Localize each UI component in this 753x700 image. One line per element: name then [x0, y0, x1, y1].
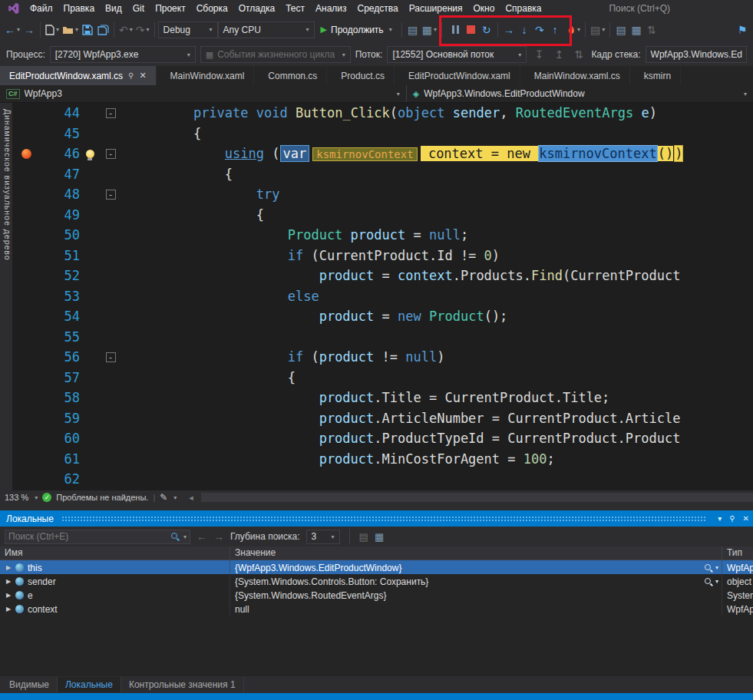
code-line[interactable]: 44- private void Button_Click(object sen… [12, 103, 753, 124]
code-line[interactable]: 62 [12, 469, 753, 490]
thread-combo[interactable]: [12552] Основной поток▾ [387, 46, 527, 63]
hex-display-icon[interactable]: ▦ [375, 531, 384, 543]
code-line[interactable]: 57 { [12, 368, 753, 388]
menu-item[interactable]: Окно [467, 2, 500, 15]
continue-button[interactable]: ▶ Продолжить ▾ [315, 21, 398, 39]
step-over-button[interactable]: ↷ [532, 21, 547, 39]
hot-reload-button[interactable]: ▾ [566, 21, 582, 39]
toolbar-extra-1[interactable]: ▤▾ [589, 21, 606, 39]
expander-icon[interactable]: ▶ [6, 578, 15, 585]
panel-splitter[interactable] [0, 504, 753, 510]
code-line[interactable]: 61 product.MinCostForAgent = 100; [12, 449, 753, 470]
menu-item[interactable]: Средства [352, 2, 404, 15]
document-tab[interactable]: Product.cs [332, 66, 395, 85]
search-depth-combo[interactable]: 3▾ [306, 530, 340, 544]
caret-icon[interactable]: ▾ [183, 533, 187, 540]
menu-item[interactable]: Отладка [233, 2, 280, 15]
horizontal-scrollbar[interactable] [201, 493, 753, 502]
magnifier-icon[interactable] [704, 577, 713, 586]
code-line[interactable]: 60 product.ProductTypeId = CurrentProduc… [12, 428, 753, 449]
search-back-icon[interactable]: ← [197, 531, 207, 542]
menu-item[interactable]: Правка [58, 2, 101, 15]
step-out-button[interactable]: ↑ [547, 21, 563, 39]
code-line[interactable]: 45 { [12, 124, 753, 144]
project-dropdown[interactable]: C# WpfApp3 ▾ [0, 85, 407, 102]
restart-button[interactable]: ↻ [479, 21, 494, 39]
code-line[interactable]: 55 [12, 327, 753, 348]
close-icon[interactable]: ✕ [739, 514, 753, 523]
stop-button[interactable] [464, 21, 479, 39]
toolbar-extra-2[interactable]: ▤ [613, 21, 629, 39]
lightbulb-icon[interactable] [86, 150, 94, 158]
menu-item[interactable]: Анализ [310, 2, 352, 15]
expander-icon[interactable]: ▶ [6, 564, 15, 571]
window-menu-icon[interactable]: ▾ [714, 514, 725, 523]
document-tab[interactable]: EditProductWindow.xaml [399, 66, 520, 85]
fold-marker[interactable]: - [106, 190, 116, 200]
panel-tab[interactable]: Локальные [58, 677, 121, 692]
undo-button[interactable]: ↶▾ [117, 21, 134, 39]
save-all-button[interactable] [95, 21, 111, 39]
expander-icon[interactable]: ▶ [6, 592, 15, 599]
menu-item[interactable]: Вид [100, 2, 127, 15]
column-header[interactable]: Значение [230, 546, 722, 560]
fold-marker[interactable]: - [106, 149, 116, 159]
menu-item[interactable]: Тест [280, 2, 310, 15]
problems-status-text[interactable]: Проблемы не найдены. [56, 493, 148, 502]
code-line[interactable]: 51 if (CurrentProduct.Id != 0) [12, 246, 753, 266]
code-line[interactable]: 58 product.Title = CurrentProduct.Title; [12, 388, 753, 408]
menu-item[interactable]: Сборка [191, 2, 233, 15]
side-tab-live-visual-tree[interactable]: Динамическое визуальное дерево [0, 103, 12, 490]
locals-row[interactable]: ▶e{System.Windows.RoutedEventArgs}System… [0, 588, 753, 602]
column-header[interactable]: Имя [0, 546, 230, 560]
document-tab[interactable]: ksmirn [635, 66, 681, 85]
magnifier-icon[interactable] [704, 563, 713, 573]
previous-thread-button[interactable]: ↧ [531, 45, 547, 64]
document-tab[interactable]: Common.cs [259, 66, 327, 85]
fold-marker[interactable]: - [106, 108, 116, 118]
send-feedback-button[interactable]: ⚑ [735, 21, 750, 39]
panel-tab[interactable]: Видимые [2, 677, 58, 692]
pause-button[interactable] [448, 21, 464, 39]
code-cleanup-icon[interactable]: ✎ [160, 493, 167, 502]
quick-search-hint[interactable]: Поиск (Ctrl+Q) [609, 3, 670, 14]
code-line[interactable]: 52 product = context.Products.Find(Curre… [12, 266, 753, 286]
document-tab[interactable]: EditProductWindow.xaml.cs⚲✕ [0, 66, 157, 85]
caret-icon[interactable]: ▾ [715, 578, 718, 585]
locals-empty-area[interactable] [0, 616, 753, 676]
code-line[interactable]: 56- if (product != null) [12, 347, 753, 368]
navigate-back-button[interactable]: ←▾ [3, 21, 21, 39]
code-line[interactable]: 46- using (varksmirnovContext context = … [12, 144, 753, 164]
menu-item[interactable]: Справка [500, 2, 547, 15]
locals-search-box[interactable]: ▾ [5, 530, 190, 544]
code-line[interactable]: 48- try [12, 184, 753, 205]
code-line[interactable]: 50 Product product = null; [12, 225, 753, 246]
solution-platform-combo[interactable]: Any CPU▾ [218, 21, 315, 38]
hscroll-left-arrow[interactable]: ◂ [189, 493, 193, 503]
code-area[interactable]: 44- private void Button_Click(object sen… [12, 103, 753, 490]
flag-threads-icon[interactable]: ▤ [359, 531, 368, 543]
open-file-button[interactable]: ▾ [61, 21, 80, 39]
caret-icon[interactable]: ▾ [715, 564, 718, 571]
locals-row[interactable]: ▶this{WpfApp3.Windows.EditProductWindow}… [0, 560, 753, 574]
navigate-forward-button[interactable]: → [21, 21, 37, 39]
next-thread-button[interactable]: ↥ [551, 45, 566, 64]
save-button[interactable] [80, 21, 95, 39]
column-header[interactable]: Тип [722, 546, 753, 560]
caret-icon[interactable]: ▾ [173, 494, 177, 501]
pin-icon[interactable]: ⚲ [725, 514, 738, 523]
code-line[interactable]: 47 { [12, 164, 753, 185]
menu-item[interactable]: Расширения [404, 2, 468, 15]
search-icon[interactable] [170, 532, 180, 541]
document-tab[interactable]: MainWindow.xaml.cs [525, 66, 630, 85]
document-tab[interactable]: MainWindow.xaml [161, 66, 255, 85]
code-line[interactable]: 59 product.ArticleNumber = CurrentProduc… [12, 408, 753, 429]
code-line[interactable]: 54 product = new Product(); [12, 306, 753, 327]
process-combo[interactable]: [2720] WpfApp3.exe▾ [50, 46, 196, 63]
stack-frame-combo[interactable]: WpfApp3.Windows.Ed [646, 46, 747, 63]
step-into-button[interactable]: ↓ [517, 21, 532, 39]
caret-icon[interactable]: ▾ [35, 494, 38, 501]
pin-icon[interactable]: ⚲ [128, 71, 134, 80]
menu-item[interactable]: Git [127, 2, 150, 15]
code-line[interactable]: 49 { [12, 205, 753, 226]
